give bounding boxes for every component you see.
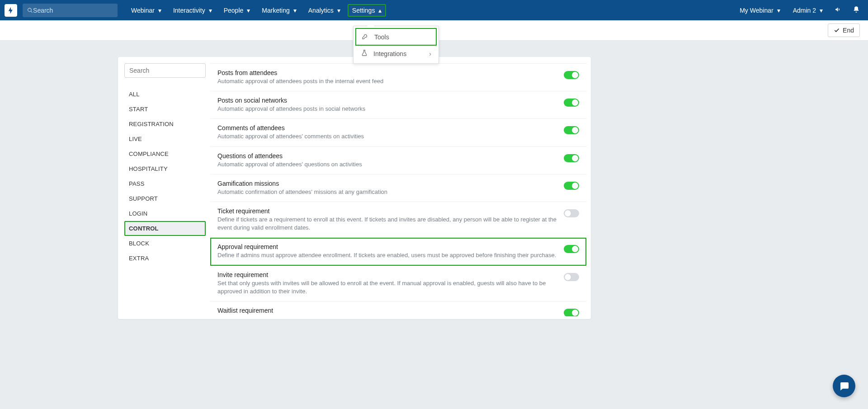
dropdown-item-tools[interactable]: Tools — [355, 28, 437, 46]
setting-row: Posts from attendeesAutomatic approval o… — [210, 64, 586, 91]
sidebar-item-all[interactable]: ALL — [124, 87, 206, 102]
nav-item-analytics[interactable]: Analytics▾ — [304, 4, 345, 17]
setting-description: Automatic approval of attendees posts in… — [217, 105, 558, 113]
setting-description: Set that only guests with invites will b… — [217, 279, 558, 296]
announcements-button[interactable] — [831, 3, 845, 18]
nav-item-settings[interactable]: Settings▴ — [348, 4, 387, 17]
logo-icon — [7, 6, 15, 14]
setting-row: Invite requirementSet that only guests w… — [210, 266, 586, 301]
check-icon — [834, 27, 840, 33]
user-menu[interactable]: Admin 2 ▾ — [788, 4, 827, 17]
search-icon — [27, 7, 33, 14]
settings-panel: ALLSTARTREGISTRATIONLIVECOMPLIANCEHOSPIT… — [118, 57, 591, 319]
nav-item-people[interactable]: People▾ — [219, 4, 255, 17]
nav-item-label: Marketing — [262, 7, 289, 14]
setting-title: Posts from attendees — [217, 69, 558, 76]
nav-item-label: People — [224, 7, 244, 14]
nav-item-label: Webinar — [131, 7, 155, 14]
setting-title: Posts on social networks — [217, 97, 558, 104]
main-nav: Webinar▾Interactivity▾People▾Marketing▾A… — [127, 4, 386, 17]
chevron-down-icon: ▾ — [158, 7, 161, 14]
nav-item-label: Analytics — [308, 7, 334, 14]
sidebar-item-hospitality[interactable]: HOSPITALITY — [124, 161, 206, 176]
flask-icon — [361, 49, 368, 58]
dropdown-item-integrations[interactable]: Integrations› — [355, 46, 437, 61]
support-chat-button[interactable] — [833, 375, 855, 397]
setting-toggle[interactable] — [564, 309, 579, 316]
setting-title: Waitlist requirement — [217, 307, 558, 314]
setting-title: Approval requirement — [217, 243, 558, 250]
context-label: My Webinar — [740, 7, 773, 14]
right-nav: My Webinar ▾ Admin 2 ▾ — [735, 3, 863, 18]
toggle-knob — [565, 210, 571, 216]
sidebar-item-block[interactable]: BLOCK — [124, 236, 206, 251]
setting-title: Invite requirement — [217, 271, 558, 278]
global-search[interactable] — [23, 4, 118, 17]
setting-description: Define if tickets are a requirement to e… — [217, 216, 558, 232]
setting-row: Questions of attendeesAutomatic approval… — [210, 147, 586, 174]
setting-toggle[interactable] — [564, 99, 579, 107]
setting-toggle[interactable] — [564, 182, 579, 190]
setting-title: Questions of attendees — [217, 152, 558, 160]
setting-toggle[interactable] — [564, 209, 579, 217]
setting-row: Waitlist requirementDefine if guests can… — [210, 301, 586, 316]
dropdown-item-label: Tools — [374, 33, 389, 41]
toggle-knob — [572, 246, 578, 252]
sidebar-item-live[interactable]: LIVE — [124, 132, 206, 146]
sidebar-item-pass[interactable]: PASS — [124, 176, 206, 191]
sidebar-item-registration[interactable]: REGISTRATION — [124, 117, 206, 132]
chat-icon — [839, 381, 849, 391]
chevron-down-icon: ▾ — [247, 7, 250, 14]
chevron-right-icon: › — [429, 50, 431, 57]
setting-description: Automatic approval of attendees' comment… — [217, 132, 558, 141]
nav-item-webinar[interactable]: Webinar▾ — [127, 4, 166, 17]
settings-content[interactable]: Posts from attendeesAutomatic approval o… — [210, 63, 586, 316]
setting-toggle[interactable] — [564, 154, 579, 162]
settings-dropdown: ToolsIntegrations› — [353, 26, 439, 64]
setting-row: Posts on social networksAutomatic approv… — [210, 91, 586, 119]
setting-title: Gamification missions — [217, 180, 558, 187]
sidebar-item-login[interactable]: LOGIN — [124, 206, 206, 221]
notifications-button[interactable] — [849, 3, 863, 18]
sidebar-search-input[interactable] — [124, 63, 206, 78]
sidebar-item-extra[interactable]: EXTRA — [124, 251, 206, 266]
dropdown-item-label: Integrations — [373, 50, 406, 57]
setting-row: Approval requirementDefine if admins mus… — [210, 238, 586, 265]
toggle-knob — [572, 99, 578, 106]
nav-item-marketing[interactable]: Marketing▾ — [257, 4, 301, 17]
sidebar-item-start[interactable]: START — [124, 102, 206, 117]
nav-item-label: Settings — [352, 7, 375, 14]
setting-toggle[interactable] — [564, 126, 579, 134]
chevron-down-icon: ▾ — [777, 7, 780, 14]
setting-title: Comments of attendees — [217, 124, 558, 132]
end-button-label: End — [843, 27, 854, 34]
nav-item-interactivity[interactable]: Interactivity▾ — [169, 4, 217, 17]
setting-title: Ticket requirement — [217, 207, 558, 215]
toggle-knob — [572, 72, 578, 78]
nav-item-label: Interactivity — [173, 7, 205, 14]
toggle-knob — [565, 274, 571, 280]
setting-description: Define if admins must approve attendee e… — [217, 251, 558, 259]
chevron-down-icon: ▾ — [337, 7, 340, 14]
setting-toggle[interactable] — [564, 273, 579, 281]
wrench-icon — [362, 33, 369, 41]
end-button[interactable]: End — [828, 24, 860, 37]
setting-row: Gamification missionsAutomatic confirmat… — [210, 174, 586, 202]
setting-description: Define if guests can be added to the eve… — [217, 315, 558, 316]
toggle-knob — [572, 155, 578, 161]
context-switcher[interactable]: My Webinar ▾ — [735, 4, 784, 17]
toggle-knob — [572, 183, 578, 189]
setting-toggle[interactable] — [564, 71, 579, 79]
setting-description: Automatic confirmation of attendees' mis… — [217, 188, 558, 196]
setting-toggle[interactable] — [564, 245, 579, 253]
global-search-input[interactable] — [33, 7, 113, 14]
sidebar-item-support[interactable]: SUPPORT — [124, 191, 206, 206]
app-logo[interactable] — [5, 4, 17, 17]
chevron-down-icon: ▾ — [293, 7, 297, 14]
settings-sidebar: ALLSTARTREGISTRATIONLIVECOMPLIANCEHOSPIT… — [124, 63, 210, 316]
sidebar-item-control[interactable]: CONTROL — [124, 221, 206, 236]
setting-row: Ticket requirementDefine if tickets are … — [210, 202, 586, 238]
megaphone-icon — [835, 6, 842, 13]
setting-description: Automatic approval of attendees' questio… — [217, 160, 558, 169]
sidebar-item-compliance[interactable]: COMPLIANCE — [124, 146, 206, 161]
